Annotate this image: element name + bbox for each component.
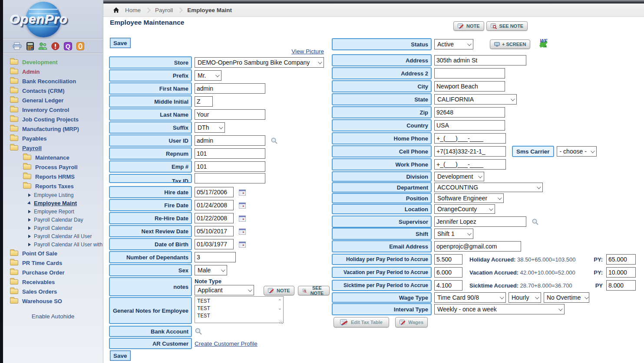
- wage-overtime-select[interactable]: No Overtime: [544, 292, 589, 303]
- department-select[interactable]: ACCOUNTING: [434, 183, 543, 192]
- home-phone-input[interactable]: [434, 133, 506, 144]
- sidebar-item-bank-reconciliation[interactable]: Bank Reconciliation: [3, 76, 103, 86]
- holiday-accrue-input[interactable]: [434, 254, 462, 265]
- home-icon[interactable]: [111, 6, 121, 14]
- breadcrumb-home[interactable]: Home: [125, 7, 141, 13]
- add-screen-button[interactable]: + SCREEN: [490, 39, 530, 49]
- sidebar-item-reports-hrms[interactable]: Reports HRMS: [3, 172, 103, 181]
- sidebar-item-warehouse-so[interactable]: Warehouse SO: [3, 296, 103, 306]
- sidebar-item-inventory-control[interactable]: Inventory Control: [3, 105, 103, 114]
- sidebar-item-payroll[interactable]: Payroll: [3, 143, 103, 153]
- sidebar-item-payroll-calendar-all-user-with-ec[interactable]: Payroll Calendar All User with Ec: [3, 240, 103, 249]
- edit-tax-table-button[interactable]: Edit Tax Table: [334, 317, 389, 327]
- store-select[interactable]: DEMO-OpenPro Samburg Bike Company: [195, 57, 324, 68]
- sidebar-item-payroll-calendar-all-user[interactable]: Payroll Calendar All User: [3, 232, 103, 240]
- calendar-icon[interactable]: [239, 241, 246, 248]
- sidebar-item-admin[interactable]: Admin: [3, 67, 103, 76]
- sidebar-item-manufacturing-mrp[interactable]: Manufacturing (MRP): [3, 124, 103, 134]
- country-input[interactable]: [434, 120, 505, 131]
- workflow-icon[interactable]: WF: [538, 39, 549, 49]
- info-icon[interactable]: [76, 42, 85, 50]
- user-id-input[interactable]: [195, 135, 265, 146]
- prefix-select[interactable]: Mr.: [195, 70, 221, 81]
- create-customer-profile-link[interactable]: Create Customer Profile: [195, 340, 258, 347]
- calendar-icon[interactable]: [239, 215, 246, 222]
- holiday-py-input[interactable]: [606, 254, 636, 265]
- sidebar-item-maintenance[interactable]: Maintenance: [3, 153, 103, 162]
- interval-type-select[interactable]: Weekly - once a week: [434, 304, 565, 314]
- address-input[interactable]: [434, 55, 526, 65]
- email-input[interactable]: [434, 241, 521, 252]
- sidebar-item-payroll-calendar[interactable]: Payroll Calendar: [3, 224, 103, 232]
- sidebar-item-employee-maint[interactable]: Employee Maint: [3, 199, 103, 207]
- emp-number-input[interactable]: [195, 161, 265, 172]
- note-button[interactable]: NOTE: [264, 286, 294, 295]
- status-select[interactable]: Active: [434, 39, 473, 49]
- sidebar-item-purchase-order[interactable]: Purchase Order: [3, 268, 103, 277]
- first-name-input[interactable]: [195, 83, 265, 94]
- wages-button[interactable]: Wages: [395, 317, 428, 327]
- cell-phone-input[interactable]: [434, 146, 506, 157]
- sidebar-item-reports-taxes[interactable]: Reports Taxes: [3, 181, 103, 191]
- calendar-icon[interactable]: [239, 189, 246, 196]
- note-type-select[interactable]: Applicant: [195, 285, 254, 295]
- wage-type-select[interactable]: Time Card 90/8: [434, 292, 506, 303]
- supervisor-input[interactable]: [434, 216, 526, 227]
- sidebar-item-payables[interactable]: Payables: [3, 134, 103, 143]
- state-select[interactable]: CALIFORNIA: [434, 94, 517, 105]
- calculator-icon[interactable]: [25, 42, 35, 50]
- hire-date-input[interactable]: [195, 187, 234, 197]
- sidebar-item-process-payroll[interactable]: Process Payroll: [3, 162, 103, 172]
- calendar-icon[interactable]: [239, 228, 246, 235]
- scroll-up-icon[interactable]: ⌃: [278, 299, 282, 303]
- vacation-py-input[interactable]: [606, 267, 636, 278]
- fire-date-input[interactable]: [195, 200, 234, 210]
- breadcrumb-payroll[interactable]: Payroll: [155, 7, 173, 13]
- sidebar-item-employee-report[interactable]: Employee Report: [3, 207, 103, 216]
- search-icon[interactable]: [195, 327, 202, 335]
- enable-autohide-link[interactable]: Enable Autohide: [3, 313, 103, 320]
- address2-input[interactable]: [434, 68, 505, 78]
- vacation-accrue-input[interactable]: [434, 267, 462, 278]
- sidebar-item-receivables[interactable]: Receivables: [3, 277, 103, 287]
- sidebar-item-sales-orders[interactable]: Sales Orders: [3, 287, 103, 296]
- alert-icon[interactable]: [50, 42, 60, 50]
- next-review-input[interactable]: [195, 226, 234, 236]
- tax-id-input[interactable]: [195, 173, 265, 183]
- sidebar-item-point-of-sale[interactable]: Point Of Sale: [3, 249, 103, 258]
- sidebar-item-development[interactable]: Development: [3, 57, 103, 67]
- sidebar-item-pr-time-cards[interactable]: PR Time Cards: [3, 258, 103, 268]
- middle-initial-input[interactable]: [195, 96, 213, 107]
- general-notes-textarea[interactable]: TEST TEST TEST: [195, 296, 284, 323]
- dependants-input[interactable]: [195, 252, 236, 262]
- sidebar-item-contacts-crm[interactable]: Contacts (CRM): [3, 86, 103, 95]
- calendar-icon[interactable]: [239, 202, 246, 209]
- openpro-logo[interactable]: OpenPro: [3, 0, 103, 38]
- see-note-button[interactable]: SEE NOTE: [298, 286, 330, 295]
- location-select[interactable]: OrangeCounty: [434, 204, 495, 214]
- save-button-top[interactable]: Save: [110, 38, 131, 48]
- wage-rate-select[interactable]: Hourly: [509, 292, 541, 303]
- printer-icon[interactable]: [13, 42, 22, 50]
- search-icon[interactable]: [271, 137, 278, 144]
- work-phone-input[interactable]: [434, 159, 506, 170]
- city-input[interactable]: [434, 81, 505, 92]
- sidebar-item-payroll-calendar-day[interactable]: Payroll Calendar Day: [3, 216, 103, 224]
- resize-grip[interactable]: [279, 320, 283, 324]
- q-icon[interactable]: Q: [63, 42, 73, 50]
- scroll-down-icon[interactable]: ⌄: [278, 306, 282, 310]
- sidebar-item-employee-listing[interactable]: Employee Listing: [3, 191, 103, 199]
- sicktime-accrue-input[interactable]: [434, 280, 462, 291]
- zip-input[interactable]: [434, 107, 505, 118]
- note-button[interactable]: NOTE: [453, 21, 484, 31]
- rehire-date-input[interactable]: [195, 213, 234, 223]
- last-name-input[interactable]: [195, 109, 265, 120]
- view-picture-link[interactable]: View Picture: [109, 48, 324, 55]
- sex-select[interactable]: Male: [195, 265, 227, 275]
- dob-input[interactable]: [195, 239, 234, 249]
- suffix-select[interactable]: DTh: [195, 122, 225, 133]
- search-icon[interactable]: [532, 218, 539, 226]
- see-note-button[interactable]: SEE NOTE: [486, 21, 528, 31]
- division-select[interactable]: Development: [434, 172, 484, 181]
- shift-select[interactable]: Shift 1: [434, 229, 473, 239]
